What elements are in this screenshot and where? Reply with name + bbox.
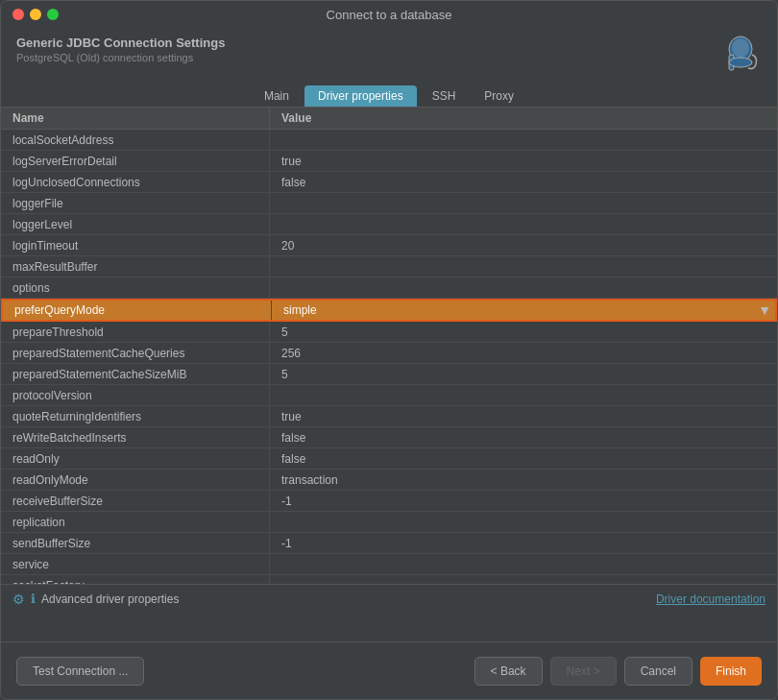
settings-icon: ⚙ bbox=[12, 591, 25, 607]
cell-name: reWriteBatchedInserts bbox=[1, 427, 270, 447]
cell-name: readOnlyMode bbox=[1, 470, 270, 490]
cell-value: true bbox=[270, 406, 777, 426]
cell-value bbox=[270, 575, 777, 584]
table-row[interactable]: readOnlyfalse bbox=[1, 448, 777, 470]
cell-name: socketFactory bbox=[1, 575, 270, 584]
cell-value: -1 bbox=[270, 533, 777, 553]
col-name-header: Name bbox=[1, 108, 270, 129]
table-row[interactable]: options bbox=[1, 278, 777, 299]
cell-name: preparedStatementCacheSizeMiB bbox=[1, 364, 270, 384]
close-button[interactable] bbox=[12, 9, 24, 20]
cell-name: loggerLevel bbox=[1, 214, 270, 234]
postgresql-icon bbox=[719, 36, 762, 78]
table-row[interactable]: preparedStatementCacheQueries256 bbox=[1, 343, 777, 364]
table-row[interactable]: preparedStatementCacheSizeMiB5 bbox=[1, 364, 777, 385]
cell-name: options bbox=[1, 278, 270, 298]
table-row[interactable]: logUnclosedConnectionsfalse bbox=[1, 172, 777, 193]
header-text-block: Generic JDBC Connection Settings Postgre… bbox=[16, 36, 225, 63]
traffic-lights bbox=[12, 9, 59, 20]
cell-name: replication bbox=[1, 512, 270, 532]
tab-main[interactable]: Main bbox=[251, 85, 303, 107]
tab-bar: Main Driver properties SSH Proxy bbox=[1, 78, 777, 107]
window-title: Connect to a database bbox=[327, 8, 452, 22]
table-header-row: Name Value bbox=[1, 108, 777, 130]
minimize-button[interactable] bbox=[30, 9, 41, 20]
cell-value bbox=[270, 385, 777, 405]
cell-value: true bbox=[270, 151, 777, 171]
table-row[interactable]: replication bbox=[1, 512, 777, 533]
cell-value: -1 bbox=[270, 491, 777, 511]
spacer-area bbox=[1, 613, 777, 641]
cell-value bbox=[270, 130, 777, 150]
cell-name: localSocketAddress bbox=[1, 130, 270, 150]
button-bar: Test Connection ... < Back Next > Cancel… bbox=[1, 641, 777, 699]
table-row[interactable]: receiveBufferSize-1 bbox=[1, 491, 777, 512]
cancel-button[interactable]: Cancel bbox=[624, 657, 693, 686]
cell-value[interactable]: simple▼ bbox=[272, 301, 775, 320]
table-row[interactable]: maxResultBuffer bbox=[1, 256, 777, 278]
table-row[interactable]: reWriteBatchedInsertsfalse bbox=[1, 427, 777, 448]
cell-name: prepareThreshold bbox=[1, 322, 270, 342]
table-row[interactable]: protocolVersion bbox=[1, 385, 777, 406]
table-row[interactable]: localSocketAddress bbox=[1, 130, 777, 151]
table-row[interactable]: socketFactory bbox=[1, 575, 777, 584]
cell-value: 256 bbox=[270, 343, 777, 363]
table-row[interactable]: service bbox=[1, 554, 777, 575]
dialog-subtitle: PostgreSQL (Old) connection settings bbox=[16, 52, 225, 63]
cell-name: logServerErrorDetail bbox=[1, 151, 270, 171]
cell-name: preparedStatementCacheQueries bbox=[1, 343, 270, 363]
table-row[interactable]: prepareThreshold5 bbox=[1, 322, 777, 343]
advanced-properties-label[interactable]: Advanced driver properties bbox=[41, 592, 179, 606]
dropdown-arrow-icon[interactable]: ▼ bbox=[758, 302, 771, 318]
cell-value bbox=[270, 256, 777, 277]
cell-name: protocolVersion bbox=[1, 385, 270, 405]
dialog-title: Generic JDBC Connection Settings bbox=[16, 36, 225, 50]
dialog-header: Generic JDBC Connection Settings Postgre… bbox=[1, 28, 777, 78]
cell-value bbox=[270, 512, 777, 532]
col-value-header: Value bbox=[270, 108, 777, 129]
tab-driver-properties[interactable]: Driver properties bbox=[304, 85, 417, 107]
footer-left: ⚙ ℹ Advanced driver properties bbox=[12, 591, 179, 607]
title-bar: Connect to a database bbox=[1, 1, 777, 28]
table-body[interactable]: localSocketAddresslogServerErrorDetailtr… bbox=[1, 130, 777, 584]
cell-name: readOnly bbox=[1, 448, 270, 469]
dialog-window: Connect to a database Generic JDBC Conne… bbox=[0, 0, 778, 700]
svg-point-3 bbox=[729, 58, 752, 67]
cell-value bbox=[270, 193, 777, 213]
cell-value: 20 bbox=[270, 235, 777, 255]
cell-value: transaction bbox=[270, 470, 777, 490]
table-row[interactable]: loggerFile bbox=[1, 193, 777, 214]
cell-value: false bbox=[270, 448, 777, 469]
table-row[interactable]: loginTimeout20 bbox=[1, 235, 777, 256]
cell-name: service bbox=[1, 554, 270, 574]
properties-table: Name Value localSocketAddresslogServerEr… bbox=[1, 107, 777, 584]
svg-point-1 bbox=[732, 38, 749, 58]
cell-name: receiveBufferSize bbox=[1, 491, 270, 511]
test-connection-button[interactable]: Test Connection ... bbox=[16, 657, 144, 686]
table-row[interactable]: sendBufferSize-1 bbox=[1, 533, 777, 554]
cell-value: 5 bbox=[270, 322, 777, 342]
cell-value: false bbox=[270, 427, 777, 447]
cell-name: quoteReturningIdentifiers bbox=[1, 406, 270, 426]
table-row[interactable]: logServerErrorDetailtrue bbox=[1, 151, 777, 172]
cell-name: logUnclosedConnections bbox=[1, 172, 270, 192]
cell-value bbox=[270, 214, 777, 234]
tab-proxy[interactable]: Proxy bbox=[471, 85, 527, 107]
cell-value: 5 bbox=[270, 364, 777, 384]
driver-documentation-link[interactable]: Driver documentation bbox=[656, 592, 766, 606]
tab-ssh[interactable]: SSH bbox=[419, 85, 470, 107]
cell-value: false bbox=[270, 172, 777, 192]
table-row[interactable]: loggerLevel bbox=[1, 214, 777, 235]
cell-value bbox=[270, 278, 777, 298]
cell-name: loginTimeout bbox=[1, 235, 270, 255]
table-row[interactable]: readOnlyModetransaction bbox=[1, 470, 777, 491]
finish-button[interactable]: Finish bbox=[700, 657, 762, 686]
table-row[interactable]: preferQueryModesimple▼ bbox=[1, 299, 777, 322]
cell-value bbox=[270, 554, 777, 574]
maximize-button[interactable] bbox=[47, 9, 59, 20]
table-row[interactable]: quoteReturningIdentifierstrue bbox=[1, 406, 777, 427]
cell-name: sendBufferSize bbox=[1, 533, 270, 553]
back-button[interactable]: < Back bbox=[474, 657, 543, 686]
next-button[interactable]: Next > bbox=[550, 657, 617, 686]
cell-name: loggerFile bbox=[1, 193, 270, 213]
